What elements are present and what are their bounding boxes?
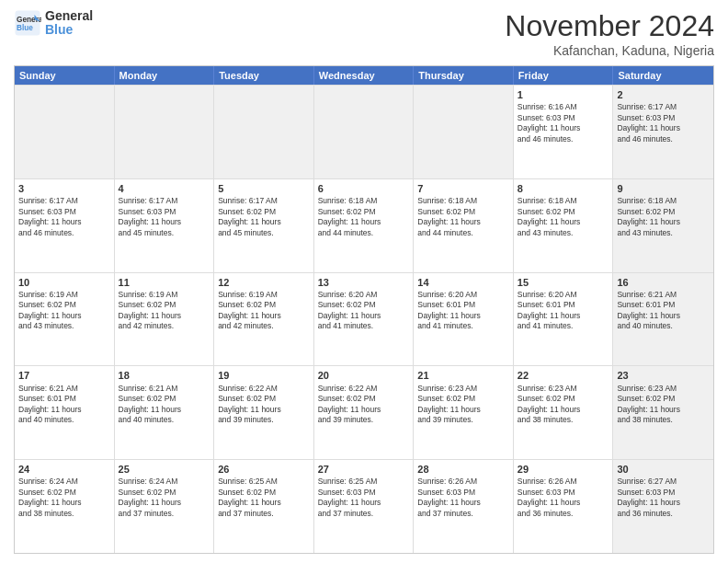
day-number: 3 (18, 182, 110, 195)
logo-line2: Blue (45, 23, 93, 37)
cal-cell-0-6: 2Sunrise: 6:17 AM Sunset: 6:03 PM Daylig… (613, 86, 713, 178)
day-info: Sunrise: 6:17 AM Sunset: 6:03 PM Dayligh… (18, 196, 110, 238)
day-info: Sunrise: 6:19 AM Sunset: 6:02 PM Dayligh… (18, 290, 110, 332)
cal-cell-0-0 (15, 86, 115, 178)
cal-cell-1-6: 9Sunrise: 6:18 AM Sunset: 6:02 PM Daylig… (613, 179, 713, 272)
day-number: 10 (18, 276, 110, 289)
cal-cell-0-1 (115, 86, 215, 178)
cal-cell-3-3: 20Sunrise: 6:22 AM Sunset: 6:02 PM Dayli… (314, 366, 415, 459)
day-info: Sunrise: 6:23 AM Sunset: 6:02 PM Dayligh… (518, 384, 609, 426)
calendar-header: Sunday Monday Tuesday Wednesday Thursday… (15, 66, 713, 85)
header: General Blue General Blue November 2024 … (14, 9, 714, 58)
cal-cell-4-0: 24Sunrise: 6:24 AM Sunset: 6:02 PM Dayli… (15, 460, 115, 553)
day-number: 9 (617, 182, 710, 195)
cal-cell-2-5: 15Sunrise: 6:20 AM Sunset: 6:01 PM Dayli… (514, 273, 614, 366)
cal-cell-3-2: 19Sunrise: 6:22 AM Sunset: 6:02 PM Dayli… (214, 366, 314, 459)
cal-cell-2-4: 14Sunrise: 6:20 AM Sunset: 6:01 PM Dayli… (414, 273, 514, 366)
day-number: 15 (518, 276, 609, 289)
day-info: Sunrise: 6:22 AM Sunset: 6:02 PM Dayligh… (318, 384, 410, 426)
day-number: 14 (417, 276, 509, 289)
day-info: Sunrise: 6:21 AM Sunset: 6:01 PM Dayligh… (18, 384, 110, 426)
day-number: 1 (518, 88, 609, 101)
day-number: 12 (218, 276, 310, 289)
cal-cell-1-2: 5Sunrise: 6:17 AM Sunset: 6:02 PM Daylig… (214, 179, 314, 272)
header-tuesday: Tuesday (214, 66, 314, 85)
day-info: Sunrise: 6:16 AM Sunset: 6:03 PM Dayligh… (518, 102, 609, 144)
cal-cell-2-2: 12Sunrise: 6:19 AM Sunset: 6:02 PM Dayli… (214, 273, 314, 366)
header-saturday: Saturday (613, 66, 713, 85)
cal-cell-2-0: 10Sunrise: 6:19 AM Sunset: 6:02 PM Dayli… (15, 273, 115, 366)
cal-cell-3-0: 17Sunrise: 6:21 AM Sunset: 6:01 PM Dayli… (15, 366, 115, 459)
svg-text:Blue: Blue (17, 24, 33, 32)
day-number: 28 (417, 463, 509, 476)
day-info: Sunrise: 6:20 AM Sunset: 6:01 PM Dayligh… (518, 290, 609, 332)
day-number: 26 (218, 463, 310, 476)
cal-cell-2-1: 11Sunrise: 6:19 AM Sunset: 6:02 PM Dayli… (115, 273, 215, 366)
header-monday: Monday (115, 66, 215, 85)
cal-cell-3-5: 22Sunrise: 6:23 AM Sunset: 6:02 PM Dayli… (514, 366, 614, 459)
day-info: Sunrise: 6:19 AM Sunset: 6:02 PM Dayligh… (218, 290, 310, 332)
cal-cell-1-3: 6Sunrise: 6:18 AM Sunset: 6:02 PM Daylig… (314, 179, 415, 272)
day-number: 19 (218, 369, 310, 382)
day-number: 22 (518, 369, 609, 382)
cal-cell-1-5: 8Sunrise: 6:18 AM Sunset: 6:02 PM Daylig… (514, 179, 614, 272)
day-info: Sunrise: 6:20 AM Sunset: 6:01 PM Dayligh… (417, 290, 509, 332)
day-number: 21 (417, 369, 509, 382)
day-number: 24 (18, 463, 110, 476)
header-thursday: Thursday (414, 66, 514, 85)
day-number: 6 (318, 182, 410, 195)
day-info: Sunrise: 6:17 AM Sunset: 6:03 PM Dayligh… (617, 102, 710, 144)
day-number: 18 (119, 369, 210, 382)
week-row-1: 1Sunrise: 6:16 AM Sunset: 6:03 PM Daylig… (15, 85, 713, 178)
day-info: Sunrise: 6:25 AM Sunset: 6:03 PM Dayligh… (318, 477, 410, 519)
day-info: Sunrise: 6:21 AM Sunset: 6:01 PM Dayligh… (617, 290, 710, 332)
cal-cell-3-4: 21Sunrise: 6:23 AM Sunset: 6:02 PM Dayli… (414, 366, 514, 459)
cal-cell-3-6: 23Sunrise: 6:23 AM Sunset: 6:02 PM Dayli… (613, 366, 713, 459)
day-number: 5 (218, 182, 310, 195)
day-info: Sunrise: 6:21 AM Sunset: 6:02 PM Dayligh… (119, 384, 210, 426)
cal-cell-1-4: 7Sunrise: 6:18 AM Sunset: 6:02 PM Daylig… (414, 179, 514, 272)
day-info: Sunrise: 6:27 AM Sunset: 6:03 PM Dayligh… (617, 477, 710, 519)
cal-cell-4-2: 26Sunrise: 6:25 AM Sunset: 6:02 PM Dayli… (214, 460, 314, 553)
day-info: Sunrise: 6:17 AM Sunset: 6:03 PM Dayligh… (119, 196, 210, 238)
day-number: 7 (417, 182, 509, 195)
calendar: Sunday Monday Tuesday Wednesday Thursday… (14, 65, 714, 554)
logo-text: General Blue (45, 9, 93, 38)
day-info: Sunrise: 6:24 AM Sunset: 6:02 PM Dayligh… (119, 477, 210, 519)
day-number: 13 (318, 276, 410, 289)
header-sunday: Sunday (15, 66, 115, 85)
day-number: 23 (617, 369, 710, 382)
cal-cell-4-5: 29Sunrise: 6:26 AM Sunset: 6:03 PM Dayli… (514, 460, 614, 553)
day-number: 2 (617, 88, 710, 101)
cal-cell-4-6: 30Sunrise: 6:27 AM Sunset: 6:03 PM Dayli… (613, 460, 713, 553)
cal-cell-2-3: 13Sunrise: 6:20 AM Sunset: 6:02 PM Dayli… (314, 273, 415, 366)
logo-icon: General Blue (14, 9, 41, 37)
cal-cell-3-1: 18Sunrise: 6:21 AM Sunset: 6:02 PM Dayli… (115, 366, 215, 459)
month-title: November 2024 (505, 9, 714, 43)
day-number: 27 (318, 463, 410, 476)
day-info: Sunrise: 6:24 AM Sunset: 6:02 PM Dayligh… (18, 477, 110, 519)
week-row-4: 17Sunrise: 6:21 AM Sunset: 6:01 PM Dayli… (15, 365, 713, 459)
day-number: 29 (518, 463, 609, 476)
day-number: 30 (617, 463, 710, 476)
week-row-2: 3Sunrise: 6:17 AM Sunset: 6:03 PM Daylig… (15, 178, 713, 272)
logo-line1: General (45, 9, 93, 23)
cal-cell-4-1: 25Sunrise: 6:24 AM Sunset: 6:02 PM Dayli… (115, 460, 215, 553)
day-number: 16 (617, 276, 710, 289)
day-info: Sunrise: 6:18 AM Sunset: 6:02 PM Dayligh… (417, 196, 509, 238)
day-info: Sunrise: 6:19 AM Sunset: 6:02 PM Dayligh… (119, 290, 210, 332)
cal-cell-4-3: 27Sunrise: 6:25 AM Sunset: 6:03 PM Dayli… (314, 460, 415, 553)
cal-cell-0-5: 1Sunrise: 6:16 AM Sunset: 6:03 PM Daylig… (514, 86, 614, 178)
day-info: Sunrise: 6:22 AM Sunset: 6:02 PM Dayligh… (218, 384, 310, 426)
cal-cell-2-6: 16Sunrise: 6:21 AM Sunset: 6:01 PM Dayli… (613, 273, 713, 366)
day-number: 11 (119, 276, 210, 289)
header-friday: Friday (514, 66, 614, 85)
day-info: Sunrise: 6:23 AM Sunset: 6:02 PM Dayligh… (417, 384, 509, 426)
day-info: Sunrise: 6:18 AM Sunset: 6:02 PM Dayligh… (518, 196, 609, 238)
title-block: November 2024 Kafanchan, Kaduna, Nigeria (505, 9, 714, 58)
location: Kafanchan, Kaduna, Nigeria (505, 43, 714, 58)
day-info: Sunrise: 6:25 AM Sunset: 6:02 PM Dayligh… (218, 477, 310, 519)
day-info: Sunrise: 6:17 AM Sunset: 6:02 PM Dayligh… (218, 196, 310, 238)
day-info: Sunrise: 6:26 AM Sunset: 6:03 PM Dayligh… (518, 477, 609, 519)
week-row-3: 10Sunrise: 6:19 AM Sunset: 6:02 PM Dayli… (15, 272, 713, 366)
